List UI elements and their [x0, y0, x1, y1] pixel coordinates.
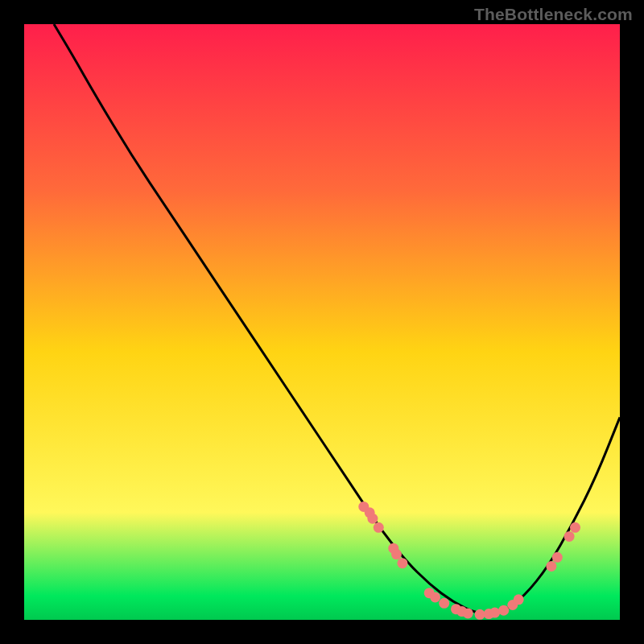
- highlight-dot: [367, 514, 378, 524]
- watermark-text: TheBottleneck.com: [474, 5, 633, 24]
- highlight-dot: [374, 522, 384, 533]
- highlight-dot: [570, 522, 580, 533]
- highlight-dot: [498, 605, 509, 616]
- highlight-dot: [552, 552, 563, 563]
- highlight-dot: [397, 558, 407, 568]
- highlight-dot: [430, 592, 440, 602]
- plot-area: [24, 24, 620, 620]
- highlight-dot: [514, 594, 524, 605]
- highlight-dot: [391, 549, 402, 559]
- highlight-dot: [564, 531, 575, 542]
- highlight-dot: [489, 608, 500, 618]
- highlight-dot: [463, 608, 473, 618]
- chart-svg: [24, 24, 620, 620]
- chart-frame: TheBottleneck.com: [0, 0, 644, 644]
- gradient-background: [24, 24, 620, 620]
- highlight-dot: [439, 598, 449, 609]
- highlight-dot: [475, 609, 485, 620]
- highlight-dot: [546, 561, 556, 572]
